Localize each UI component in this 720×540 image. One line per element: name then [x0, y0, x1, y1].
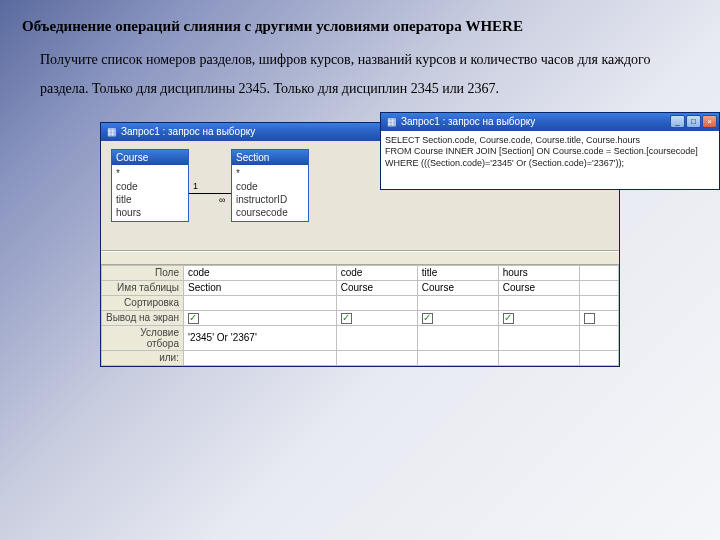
table-course[interactable]: Course * code title hours [111, 149, 189, 222]
sql-view-window: ▦ Запрос1 : запрос на выборку _ □ × SELE… [380, 112, 720, 190]
table-section-header: Section [232, 150, 308, 165]
sql-line: WHERE (((Section.code)='2345' Or (Sectio… [385, 158, 715, 170]
grid-row-criteria: Условие отбора '2345' Or '2367' [102, 325, 619, 350]
grid-cell[interactable]: title [417, 265, 498, 280]
join-line[interactable] [189, 193, 231, 194]
grid-row-field: Поле code code title hours [102, 265, 619, 280]
row-label: Вывод на экран [102, 310, 184, 325]
show-checkbox[interactable] [584, 313, 595, 324]
grid-cell[interactable] [498, 295, 579, 310]
sql-line: FROM Course INNER JOIN [Section] ON Cour… [385, 146, 715, 158]
screenshot-area: ▦ Запрос1 : запрос на выборку Course * c… [100, 122, 620, 367]
table-course-fields: * code title hours [112, 165, 188, 221]
grid-cell[interactable] [336, 325, 417, 350]
grid-row-sort: Сортировка [102, 295, 619, 310]
grid-cell[interactable] [579, 350, 618, 365]
grid-cell[interactable] [184, 350, 337, 365]
grid-cell[interactable] [417, 310, 498, 325]
sql-titlebar[interactable]: ▦ Запрос1 : запрос на выборку _ □ × [381, 113, 719, 131]
row-label: Условие отбора [102, 325, 184, 350]
grid-row-show: Вывод на экран [102, 310, 619, 325]
table-section-fields: * code instructorID coursecode [232, 165, 308, 221]
show-checkbox[interactable] [422, 313, 433, 324]
page-paragraph: Получите список номеров разделов, шифров… [40, 45, 680, 104]
grid-cell[interactable]: Section [184, 280, 337, 295]
grid-cell[interactable] [336, 295, 417, 310]
qbe-grid: Поле code code title hours Имя таблицы S… [101, 265, 619, 366]
grid-cell[interactable]: Course [417, 280, 498, 295]
sql-line: SELECT Section.code, Course.code, Course… [385, 135, 715, 147]
close-button[interactable]: × [702, 115, 717, 128]
grid-row-or: или: [102, 350, 619, 365]
grid-cell[interactable] [498, 350, 579, 365]
grid-cell[interactable]: '2345' Or '2367' [184, 325, 337, 350]
window-title: Запрос1 : запрос на выборку [401, 116, 670, 127]
field-item[interactable]: code [116, 180, 184, 193]
grid-cell[interactable] [579, 295, 618, 310]
show-checkbox[interactable] [341, 313, 352, 324]
minimize-button[interactable]: _ [670, 115, 685, 128]
grid-cell[interactable] [184, 295, 337, 310]
grid-cell[interactable] [417, 350, 498, 365]
grid-cell[interactable] [336, 310, 417, 325]
grid-cell[interactable]: Course [336, 280, 417, 295]
row-label: Поле [102, 265, 184, 280]
grid-cell[interactable] [498, 325, 579, 350]
table-section[interactable]: Section * code instructorID coursecode [231, 149, 309, 222]
sql-text[interactable]: SELECT Section.code, Course.code, Course… [381, 131, 719, 189]
grid-cell[interactable] [417, 295, 498, 310]
field-item[interactable]: * [116, 167, 184, 180]
field-item[interactable]: instructorID [236, 193, 304, 206]
maximize-button[interactable]: □ [686, 115, 701, 128]
grid-cell[interactable] [579, 325, 618, 350]
table-course-header: Course [112, 150, 188, 165]
grid-cell[interactable] [336, 350, 417, 365]
row-label: Имя таблицы [102, 280, 184, 295]
row-label: Сортировка [102, 295, 184, 310]
grid-cell[interactable] [184, 310, 337, 325]
field-item[interactable]: hours [116, 206, 184, 219]
join-mult-right: ∞ [219, 195, 225, 205]
grid-cell[interactable] [579, 265, 618, 280]
app-icon: ▦ [385, 116, 397, 128]
app-icon: ▦ [105, 126, 117, 138]
grid-cell[interactable]: hours [498, 265, 579, 280]
grid-cell[interactable] [579, 280, 618, 295]
show-checkbox[interactable] [188, 313, 199, 324]
show-checkbox[interactable] [503, 313, 514, 324]
join-mult-left: 1 [193, 181, 198, 191]
field-item[interactable]: coursecode [236, 206, 304, 219]
pane-divider[interactable] [101, 251, 619, 265]
grid-cell[interactable]: code [336, 265, 417, 280]
row-label: или: [102, 350, 184, 365]
page-heading: Объединение операций слияния с другими у… [22, 18, 698, 35]
grid-cell[interactable] [417, 325, 498, 350]
field-item[interactable]: code [236, 180, 304, 193]
field-item[interactable]: * [236, 167, 304, 180]
grid-cell[interactable]: code [184, 265, 337, 280]
grid-cell[interactable] [498, 310, 579, 325]
grid-row-table: Имя таблицы Section Course Course Course [102, 280, 619, 295]
field-item[interactable]: title [116, 193, 184, 206]
grid-cell[interactable] [579, 310, 618, 325]
grid-cell[interactable]: Course [498, 280, 579, 295]
